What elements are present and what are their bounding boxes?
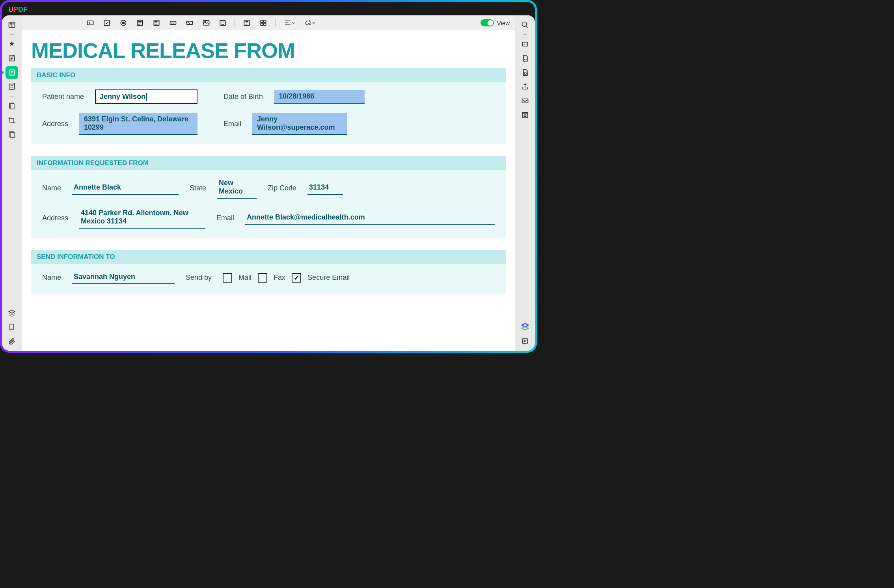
left-sidebar [2, 15, 22, 351]
mail-label: Mail [238, 274, 251, 282]
req-email-field[interactable]: Annette Black@medicalhealth.com [245, 212, 495, 225]
section-body-requested: Name Annette Black State New Mexico Zip … [31, 170, 506, 238]
svg-point-11 [123, 22, 125, 24]
align-tool[interactable] [283, 18, 296, 28]
req-address-field[interactable]: 4140 Parker Rd. Allentown, New Mexico 31… [79, 207, 205, 229]
form-mode-button[interactable] [6, 66, 18, 79]
document-canvas[interactable]: MEDICAL RELEASE FROM BASIC INFO Patient … [22, 30, 515, 351]
svg-rect-32 [522, 339, 527, 343]
more-fields-tool[interactable] [259, 18, 268, 28]
svg-point-31 [524, 115, 526, 117]
sign-mode-button[interactable] [6, 80, 18, 93]
send-by-label: Send by [186, 274, 212, 282]
search-button[interactable] [519, 19, 531, 31]
svg-text:OCR: OCR [523, 43, 527, 46]
send-name-field[interactable]: Savannah Nguyen [72, 271, 175, 284]
patient-name-input[interactable]: Jenny Wilson [95, 89, 197, 104]
svg-rect-21 [261, 20, 263, 22]
attachment-button[interactable] [6, 335, 18, 348]
svg-rect-24 [264, 23, 266, 26]
section-header-requested: INFORMATION REQUESTED FROM [31, 156, 506, 170]
radio-tool[interactable] [119, 18, 128, 28]
edit-mode-button[interactable] [6, 52, 18, 65]
redact-mode-button[interactable] [6, 128, 18, 141]
patient-name-label: Patient name [42, 93, 84, 101]
section-body-sendto: Name Savannah Nguyen Send by Mail Fax ✓ … [31, 264, 506, 294]
email-field[interactable]: Jenny Wilson@superace.com [252, 113, 347, 135]
form-toolbar: OK [22, 15, 515, 30]
svg-rect-16 [187, 21, 193, 24]
image-field-tool[interactable] [201, 18, 211, 28]
ai-button[interactable] [519, 321, 531, 333]
app-window: UPDF [2, 2, 535, 351]
protect-button[interactable] [519, 66, 531, 79]
dob-label: Date of Birth [224, 93, 263, 101]
note-button[interactable] [519, 335, 531, 348]
svg-rect-5 [10, 104, 14, 109]
req-zip-label: Zip Code [268, 184, 296, 192]
svg-point-18 [205, 21, 206, 22]
svg-rect-7 [10, 133, 15, 138]
req-zip-field[interactable]: 31134 [307, 182, 343, 195]
dropdown-tool[interactable] [135, 18, 145, 28]
fax-label: Fax [274, 274, 285, 282]
address-field[interactable]: 6391 Elgin St. Celina, Delaware 10299 [79, 113, 197, 135]
svg-rect-8 [88, 21, 93, 25]
view-toggle-label: View [497, 20, 510, 26]
tools-dropdown[interactable] [303, 18, 317, 28]
dob-field[interactable]: 10/28/1986 [274, 90, 365, 104]
svg-rect-29 [522, 99, 528, 103]
secure-email-checkbox[interactable]: ✓ [292, 273, 301, 283]
section-header-basic-info: BASIC INFO [31, 68, 506, 82]
req-name-label: Name [42, 184, 61, 192]
view-switch-icon [481, 19, 494, 26]
send-name-label: Name [42, 274, 61, 282]
svg-rect-22 [264, 20, 266, 22]
mail-checkbox[interactable] [223, 273, 232, 283]
fax-checkbox[interactable] [258, 273, 267, 283]
listbox-tool[interactable] [152, 18, 161, 28]
reader-mode-button[interactable] [6, 19, 18, 31]
convert-button[interactable] [519, 52, 531, 65]
view-toggle[interactable]: View [481, 19, 510, 26]
svg-point-25 [522, 22, 527, 27]
button-tool[interactable]: OK [168, 18, 178, 28]
bookmark-button[interactable] [6, 321, 18, 333]
document-title: MEDICAL RELEASE FROM [31, 38, 506, 63]
form-recognition-tool[interactable] [242, 18, 251, 28]
req-state-label: State [190, 184, 206, 192]
text-field-tool[interactable] [86, 18, 95, 28]
svg-text:OK: OK [171, 22, 175, 24]
section-header-sendto: SEND INFORMATION TO [31, 250, 506, 264]
req-state-field[interactable]: New Mexico [217, 177, 257, 199]
address-label: Address [42, 120, 68, 128]
secure-email-label: Secure Email [307, 274, 350, 282]
crop-mode-button[interactable] [6, 114, 18, 127]
app-logo: UPDF [8, 6, 28, 14]
page-mode-button[interactable] [6, 100, 18, 112]
req-name-field[interactable]: Annette Black [72, 182, 179, 195]
ocr-button[interactable]: OCR [519, 38, 531, 50]
comment-mode-button[interactable] [6, 38, 18, 50]
checkbox-tool[interactable] [102, 18, 112, 28]
save-button[interactable] [519, 109, 531, 121]
date-field-tool[interactable] [218, 18, 227, 28]
section-body-basic-info: Patient name Jenny Wilson Date of Birth … [31, 82, 506, 144]
svg-rect-23 [261, 23, 263, 26]
layers-button[interactable] [6, 307, 18, 319]
email-button[interactable] [519, 95, 531, 107]
share-button[interactable] [519, 80, 531, 93]
svg-rect-28 [524, 73, 526, 74]
email-label: Email [224, 120, 241, 128]
signature-tool[interactable] [185, 18, 194, 28]
req-email-label: Email [216, 214, 234, 222]
right-sidebar: OCR [515, 15, 535, 351]
title-bar: UPDF [2, 2, 535, 14]
svg-rect-9 [104, 20, 109, 25]
req-address-label: Address [42, 214, 68, 222]
